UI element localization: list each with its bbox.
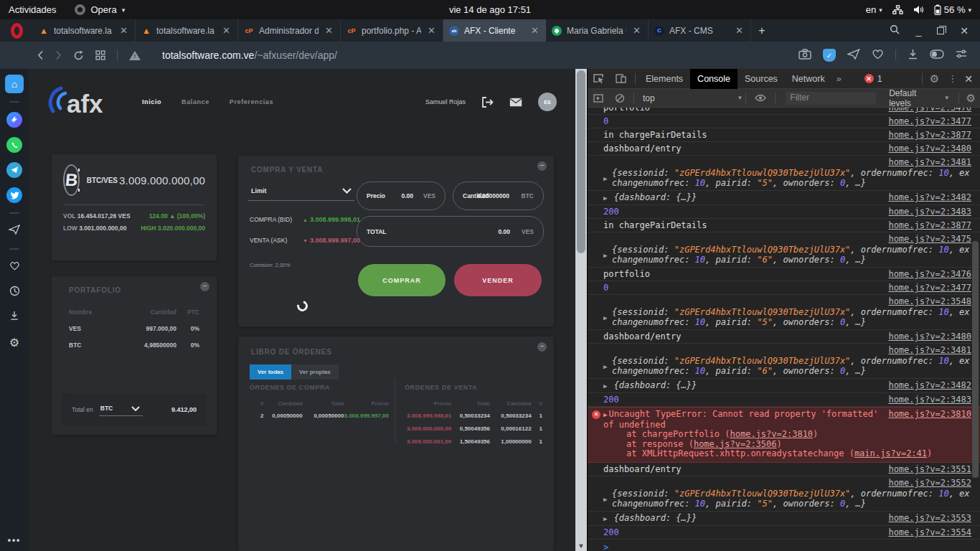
browser-tab[interactable]: cPAdministrador d✕: [238, 19, 341, 42]
more-tabs-button[interactable]: »: [832, 74, 846, 84]
source-link[interactable]: home.js?v=2:3477: [888, 283, 971, 293]
collapse-icon[interactable]: –: [200, 282, 209, 291]
tab-close-icon[interactable]: ✕: [734, 25, 745, 36]
dock-item-downloads[interactable]: [5, 308, 24, 326]
window-restore-button[interactable]: [937, 27, 944, 34]
source-link[interactable]: home.js?v=2:3506: [694, 439, 777, 449]
browser-tab[interactable]: ▲totalsoftware.la✕: [33, 19, 136, 42]
inspect-element-icon[interactable]: [588, 73, 610, 84]
source-link[interactable]: home.js?v=2:3553: [888, 513, 971, 523]
total-input[interactable]: TOTAL 0.00 VES: [357, 216, 544, 247]
console-prompt[interactable]: >: [588, 540, 980, 551]
url-field[interactable]: totalsoftware.com.ve/~afxuser/dev/app/: [162, 50, 337, 61]
heart-icon[interactable]: [872, 49, 884, 62]
devtools-tab-elements[interactable]: Elements: [639, 69, 690, 89]
clear-console-icon[interactable]: [609, 93, 631, 103]
dock-item-settings[interactable]: ⚙: [5, 333, 24, 352]
buy-button[interactable]: COMPRAR: [358, 264, 446, 296]
eye-icon[interactable]: [749, 94, 772, 102]
source-link[interactable]: home.js?v=2:3476: [888, 269, 971, 279]
tab-close-icon[interactable]: ✕: [118, 25, 129, 36]
dock-item-flow[interactable]: [5, 222, 24, 240]
network-icon[interactable]: [892, 5, 903, 14]
source-link[interactable]: main.js?v=2:41: [854, 448, 927, 458]
back-icon[interactable]: [37, 50, 44, 60]
source-link[interactable]: home.js?v=2:3877: [888, 220, 971, 230]
orderbook-tab-all[interactable]: Ver todas: [250, 364, 291, 380]
source-link[interactable]: home.js?v=2:3477: [888, 116, 971, 126]
object-preview[interactable]: ▶ {dashboard: {…}}: [603, 192, 697, 203]
dock-item-twitter[interactable]: [5, 186, 24, 204]
filter-input[interactable]: Filter: [786, 92, 876, 105]
new-tab-button[interactable]: +: [751, 19, 773, 42]
console-sidebar-icon[interactable]: [588, 94, 609, 103]
dock-more-icon[interactable]: •••: [8, 535, 22, 545]
error-count-badge[interactable]: ✕ 1: [864, 74, 882, 84]
dock-item-messenger[interactable]: [5, 110, 24, 129]
page-scrollbar[interactable]: ▼: [575, 69, 587, 551]
source-link[interactable]: home.js?v=2:3480: [888, 331, 971, 342]
sliders-icon[interactable]: [956, 49, 967, 62]
dock-item-history[interactable]: [5, 283, 24, 301]
dock-item-whatsapp[interactable]: [5, 136, 24, 154]
log-levels-select[interactable]: Default levels▼: [883, 88, 955, 108]
nav-item-balance[interactable]: Balance: [182, 98, 209, 105]
source-link[interactable]: home.js?v=2:3476: [888, 108, 971, 113]
dock-item-bookmarks[interactable]: [5, 258, 24, 276]
order-type-select[interactable]: Limit: [248, 184, 354, 201]
devtools-tab-console[interactable]: Console: [690, 69, 738, 89]
orderbook-tab-own[interactable]: Ver propias: [291, 364, 339, 380]
activities-button[interactable]: Actividades: [9, 4, 56, 15]
source-link[interactable]: home.js?v=2:3481: [888, 157, 971, 167]
avatar[interactable]: ES: [538, 93, 557, 111]
price-input[interactable]: Precio 0.00 VES: [357, 182, 446, 210]
volume-icon[interactable]: [913, 5, 924, 14]
source-link[interactable]: home.js?v=2:3482: [888, 192, 971, 202]
source-link[interactable]: home.js?v=2:3483: [888, 395, 971, 405]
logout-icon[interactable]: [481, 97, 494, 108]
shield-check-icon[interactable]: ✓: [823, 49, 836, 62]
scrollbar-thumb[interactable]: [577, 70, 585, 253]
download-icon[interactable]: [908, 49, 918, 62]
source-link[interactable]: home.js?v=2:3551: [888, 464, 971, 474]
tab-close-icon[interactable]: ✕: [221, 25, 232, 36]
source-link[interactable]: home.js?v=2:3552: [888, 478, 971, 488]
keyboard-layout-indicator[interactable]: en ▾: [866, 4, 882, 15]
collapse-icon[interactable]: –: [537, 161, 547, 171]
window-minimize-button[interactable]: _: [915, 25, 921, 37]
browser-tab[interactable]: cPportfolio.php - A✕: [341, 19, 443, 42]
tab-close-icon[interactable]: ✕: [631, 25, 642, 36]
source-link[interactable]: home.js?v=2:3475: [888, 234, 971, 244]
send-icon[interactable]: [847, 49, 860, 62]
source-link[interactable]: home.js?v=2:3810: [888, 410, 971, 420]
tab-close-icon[interactable]: ✕: [324, 25, 334, 36]
source-link[interactable]: home.js?v=2:3480: [888, 143, 971, 154]
devtools-scrollbar-thumb[interactable]: [972, 241, 979, 478]
source-link[interactable]: home.js?v=2:3554: [888, 527, 971, 537]
nav-item-inicio[interactable]: Inicio: [142, 98, 161, 105]
devtools-settings-icon[interactable]: ⚙: [925, 72, 943, 85]
object-preview[interactable]: ▶{sessionid: "zGPErd4hbxTtlouwlQ930Tbezj…: [603, 245, 971, 265]
dock-item-telegram[interactable]: [5, 161, 24, 179]
devtools-close-icon[interactable]: ✕: [961, 73, 980, 85]
source-link[interactable]: home.js?v=2:3481: [888, 345, 971, 355]
object-preview[interactable]: ▶{sessionid: "zGPErd4hbxTtlouwlQ930Tbezj…: [603, 307, 971, 327]
forward-icon[interactable]: [55, 50, 62, 60]
browser-tab[interactable]: CAFX - CMS✕: [649, 19, 751, 42]
devtools-menu-icon[interactable]: ⋮: [943, 73, 961, 84]
object-preview[interactable]: ▶{sessionid: "zGPErd4hbxTtlouwlQ930Tbezj…: [603, 168, 971, 188]
mail-icon[interactable]: [509, 98, 522, 107]
source-link[interactable]: home.js?v=2:3877: [888, 130, 971, 140]
window-close-button[interactable]: ✕: [960, 25, 969, 37]
console-settings-icon[interactable]: ⚙: [962, 92, 980, 105]
battery-icon[interactable]: 56 % ▾: [934, 4, 971, 15]
context-select[interactable]: top▼: [637, 93, 743, 103]
device-toolbar-icon[interactable]: [610, 73, 632, 84]
opera-menu-button[interactable]: [0, 19, 33, 42]
quantity-input[interactable]: Cantidad 0.00000000 BTC: [453, 182, 544, 210]
object-preview[interactable]: ▶ {dashboard: {…}}: [603, 513, 697, 524]
scroll-down-arrow-icon[interactable]: ▼: [575, 542, 587, 550]
sell-button[interactable]: VENDER: [454, 264, 542, 296]
object-preview[interactable]: ▶{sessionid: "zGPErd4hbxTtlouwlQ930Tbezj…: [603, 356, 971, 376]
source-link[interactable]: home.js?v=2:3483: [888, 207, 971, 217]
